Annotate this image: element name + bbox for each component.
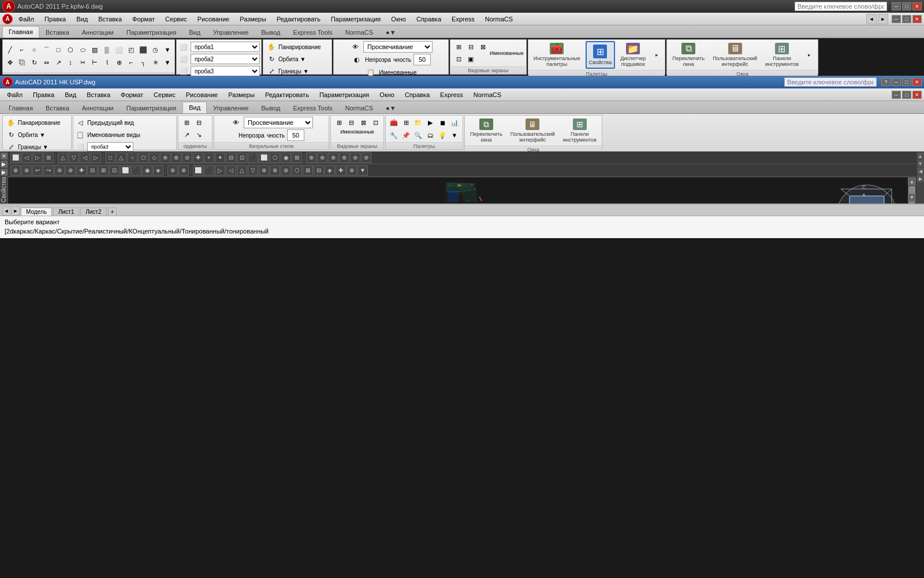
view-top-btn[interactable]: ⬜: [178, 41, 189, 53]
properties-side-label[interactable]: Свойства: [1, 177, 7, 202]
ctb-small17[interactable]: ◉: [281, 153, 291, 163]
vp-btn5[interactable]: ▣: [465, 54, 476, 65]
properties-btn[interactable]: ⊞ Свойства: [586, 41, 616, 69]
visual-style-dropdown[interactable]: Просвечивание: [363, 41, 433, 53]
inner-opacity-input[interactable]: [287, 129, 304, 141]
tab-output-inner[interactable]: Вывод: [255, 102, 286, 113]
menu-edit-inner[interactable]: Правка: [28, 90, 59, 99]
menu-edit-outer[interactable]: Правка: [40, 14, 70, 24]
inner-ui-btn[interactable]: 🖥 Пользовательскийинтерфейс: [508, 117, 558, 144]
named-icon[interactable]: 📋: [365, 66, 377, 76]
inner-menu-close[interactable]: ✕: [912, 91, 922, 99]
inner-view3-icon[interactable]: ⬜: [74, 141, 86, 151]
ctb-small13[interactable]: ⊡: [237, 153, 247, 163]
inner-pal7[interactable]: 🔧: [388, 129, 400, 141]
ctb-small16[interactable]: ⬡: [270, 153, 280, 163]
menu-view-inner[interactable]: Вид: [60, 90, 81, 99]
layout-nav-left[interactable]: ◄: [2, 206, 10, 216]
ctb-small9[interactable]: ✚: [193, 153, 203, 163]
outer-nav-fwd[interactable]: ►: [878, 14, 888, 24]
inner-maximize-btn[interactable]: □: [902, 78, 911, 86]
switch-windows-btn[interactable]: ⧉ Переключитьокна: [669, 41, 707, 69]
arc-btn[interactable]: ⌒: [40, 44, 52, 55]
outer-nav-back[interactable]: ◄: [866, 14, 877, 24]
ctb-small3[interactable]: ○: [127, 153, 137, 163]
hatch-btn[interactable]: ▨: [89, 44, 100, 55]
menu-insert-outer[interactable]: Вставка: [94, 14, 126, 24]
row2-btn4[interactable]: ↪: [43, 165, 54, 176]
autocad-logo-inner[interactable]: A: [2, 77, 13, 87]
ctb-small12[interactable]: ⊟: [226, 153, 236, 163]
inner-coord1[interactable]: ⊞: [181, 117, 192, 129]
more-draw-btn[interactable]: ▼: [162, 44, 173, 55]
view2-dropdown[interactable]: проба2: [191, 54, 260, 64]
inner-pal5[interactable]: ◼: [437, 117, 448, 128]
inner-coord2[interactable]: ⊟: [193, 117, 204, 129]
row2-btn25[interactable]: ⊛: [281, 165, 291, 176]
view3-dropdown[interactable]: проба3: [191, 66, 260, 76]
outer-menu-min[interactable]: ─: [892, 15, 901, 23]
pan-icon[interactable]: ✋: [266, 41, 277, 53]
canvas-area[interactable]: ⬜ ◁ ▷ ⊞ △ ▽ ◁ ▷ □ △ ○ ⬡ ◇ ⊕ ⊗: [8, 151, 916, 203]
outer-maximize-btn[interactable]: □: [902, 2, 911, 10]
viewcube[interactable]: С В З Ю ▲ ▶ ◀ ▼ Ве: [835, 183, 899, 203]
ctb-chain3[interactable]: ⊗: [328, 153, 338, 163]
row2-btn5[interactable]: ⊛: [54, 165, 65, 176]
row2-btn15[interactable]: ⊕: [167, 165, 178, 176]
inner-vp3[interactable]: ⊠: [357, 117, 369, 128]
inner-pal6[interactable]: 📊: [449, 117, 460, 128]
menu-format-outer[interactable]: Формат: [128, 14, 159, 24]
menu-insert-inner[interactable]: Вставка: [82, 90, 115, 99]
row2-btn17[interactable]: ⬜: [193, 165, 203, 176]
tab-anno-inner[interactable]: Аннотации: [76, 102, 120, 113]
join-btn[interactable]: ⊕: [113, 57, 125, 68]
outer-minimize-btn[interactable]: ─: [892, 2, 901, 10]
ctb-chain5[interactable]: ⊛: [350, 153, 360, 163]
menu-params-outer[interactable]: Параметризация: [326, 14, 385, 24]
inner-prev-view-icon[interactable]: ◁: [74, 117, 86, 128]
tab-express-outer[interactable]: Express Tools: [287, 27, 339, 38]
inner-help-btn[interactable]: ?: [881, 78, 891, 86]
inner-pal12[interactable]: ▼: [449, 129, 460, 141]
tab-model[interactable]: Модель: [21, 208, 52, 216]
tab-view-outer[interactable]: Вид: [182, 27, 207, 38]
tab-express-inner[interactable]: Express Tools: [287, 102, 339, 113]
ctb-btn4[interactable]: ⊞: [43, 153, 54, 163]
row2-btn1[interactable]: ⊕: [10, 165, 21, 176]
rect-btn[interactable]: □: [53, 44, 64, 55]
row2-btn19[interactable]: ▷: [215, 165, 225, 176]
ctb-chain1[interactable]: ⊕: [306, 153, 316, 163]
region-btn[interactable]: ◰: [125, 44, 137, 55]
stretch-btn[interactable]: ↕: [65, 57, 76, 68]
more-palettes-btn[interactable]: ▸: [651, 41, 662, 69]
inner-pal3[interactable]: 📁: [412, 117, 424, 128]
view-front-btn[interactable]: ⬜: [178, 53, 189, 65]
menu-modify-inner[interactable]: Редактировать: [260, 90, 314, 99]
expand-panel-btn2[interactable]: ▶: [1, 169, 8, 176]
tab-norma-inner[interactable]: NormaCS: [339, 102, 379, 113]
inner-menu-max[interactable]: □: [902, 91, 911, 99]
menu-dimensions-outer[interactable]: Размеры: [235, 14, 271, 24]
revision-btn[interactable]: ◷: [150, 44, 161, 55]
outer-close-btn[interactable]: ✕: [912, 2, 922, 10]
close-panel-btn[interactable]: ✕: [1, 153, 8, 160]
visual-icon[interactable]: 👁: [349, 41, 361, 53]
tab-output-outer[interactable]: Вывод: [255, 27, 286, 38]
inner-minimize-btn[interactable]: ─: [892, 78, 901, 86]
menu-format-inner[interactable]: Формат: [116, 90, 148, 99]
inner-orbit-icon[interactable]: ↻: [5, 129, 17, 140]
rp-btn4[interactable]: ▶: [917, 175, 924, 182]
tab-more-outer[interactable]: ●▼: [379, 27, 403, 38]
row2-btn9[interactable]: ⊞: [98, 165, 109, 176]
rotate-btn[interactable]: ↻: [28, 57, 40, 68]
menu-file-inner[interactable]: Файл: [2, 90, 27, 99]
ctb-btn6[interactable]: ▽: [69, 153, 79, 163]
row2-btn27[interactable]: ⊞: [303, 165, 313, 176]
ctb-btn8[interactable]: ▷: [91, 153, 101, 163]
more-mod-btn[interactable]: ▼: [162, 57, 173, 68]
row2-btn31[interactable]: ⊕: [346, 165, 357, 176]
row2-btn13[interactable]: ◉: [142, 165, 152, 176]
menu-express-inner[interactable]: Express: [435, 90, 468, 99]
tab-manage-outer[interactable]: Управление: [207, 27, 255, 38]
ctb-btn7[interactable]: ◁: [80, 153, 90, 163]
